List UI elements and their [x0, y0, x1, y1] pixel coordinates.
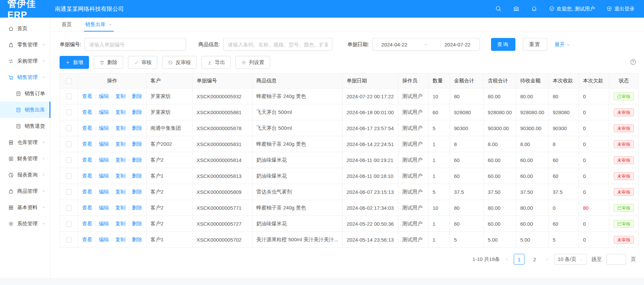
help-icon[interactable]	[630, 59, 637, 66]
action-edit-link[interactable]: 编辑	[99, 125, 109, 131]
action-copy-link[interactable]: 复制	[115, 205, 126, 210]
prev-page-icon[interactable]	[505, 257, 509, 262]
product-info-input[interactable]	[223, 38, 332, 51]
action-edit-link[interactable]: 编辑	[99, 141, 109, 147]
action-copy-link[interactable]: 复制	[115, 237, 126, 242]
action-delete-link[interactable]: 删除	[132, 173, 142, 179]
action-copy-link[interactable]: 复制	[115, 157, 126, 163]
close-icon[interactable]	[108, 22, 112, 27]
action-edit-link[interactable]: 编辑	[99, 237, 109, 242]
action-delete-link[interactable]: 删除	[132, 205, 142, 210]
expand-link[interactable]: 展开	[555, 41, 571, 48]
date-from[interactable]: 2024-04-22	[381, 42, 407, 47]
order-no-input[interactable]	[85, 38, 186, 51]
search-button[interactable]: 查询	[491, 38, 515, 51]
row-checkbox[interactable]	[66, 157, 72, 163]
cell-customer: 客户1	[146, 232, 192, 248]
export-button[interactable]: 导出	[201, 56, 231, 69]
sidebar-item-finance[interactable]: 财务管理	[0, 150, 50, 167]
logout-button[interactable]: 退出登录	[606, 6, 635, 12]
action-copy-link[interactable]: 复制	[115, 109, 126, 115]
sidebar-item-sales-return[interactable]: 销售退货	[0, 118, 50, 134]
row-checkbox[interactable]	[66, 173, 72, 179]
action-delete-link[interactable]: 删除	[132, 237, 142, 242]
sidebar-item-warehouse[interactable]: 仓库管理	[0, 134, 50, 150]
action-edit-link[interactable]: 编辑	[99, 205, 109, 210]
sidebar-item-purchase[interactable]: 采购管理	[0, 53, 50, 69]
add-button[interactable]: 新增	[60, 56, 89, 69]
page-1-button[interactable]: 1	[514, 254, 525, 265]
action-delete-link[interactable]: 删除	[132, 157, 142, 163]
action-view-link[interactable]: 查看	[82, 221, 92, 226]
page-2-button[interactable]: 2	[529, 254, 540, 265]
action-copy-link[interactable]: 复制	[115, 93, 126, 99]
action-delete-link[interactable]: 删除	[132, 93, 142, 99]
action-view-link[interactable]: 查看	[82, 189, 92, 195]
action-view-link[interactable]: 查看	[82, 125, 92, 131]
action-edit-link[interactable]: 编辑	[99, 109, 109, 115]
action-copy-link[interactable]: 复制	[115, 221, 126, 226]
action-copy-link[interactable]: 复制	[115, 141, 126, 147]
action-edit-link[interactable]: 编辑	[99, 157, 109, 163]
action-delete-link[interactable]: 删除	[132, 141, 142, 147]
action-view-link[interactable]: 查看	[82, 237, 92, 242]
action-view-link[interactable]: 查看	[82, 141, 92, 147]
welcome-user[interactable]: 欢迎您, 测试用户	[549, 6, 595, 12]
action-delete-link[interactable]: 删除	[132, 125, 142, 131]
row-select-cell	[60, 104, 78, 120]
unapprove-button[interactable]: 反审核	[162, 56, 197, 69]
action-delete-link[interactable]: 删除	[132, 189, 142, 195]
action-edit-link[interactable]: 编辑	[99, 173, 109, 179]
action-view-link[interactable]: 查看	[82, 157, 92, 163]
select-all-checkbox[interactable]	[66, 78, 72, 84]
bank-icon[interactable]	[513, 5, 519, 12]
col-header-amount_tax: 含税合计	[484, 74, 516, 88]
row-checkbox[interactable]	[66, 221, 72, 227]
approve-button[interactable]: 审核	[128, 56, 157, 69]
cell-received: 928080	[549, 104, 579, 120]
action-view-link[interactable]: 查看	[82, 93, 92, 99]
row-checkbox[interactable]	[66, 189, 72, 195]
row-checkbox[interactable]	[66, 109, 72, 115]
action-view-link[interactable]: 查看	[82, 205, 92, 210]
sidebar-item-product[interactable]: 商品管理	[0, 183, 50, 199]
cell-amount: 60	[450, 152, 484, 168]
action-edit-link[interactable]: 编辑	[99, 221, 109, 226]
row-checkbox[interactable]	[66, 237, 72, 243]
search-icon[interactable]	[495, 5, 502, 12]
tab-sales-outbound[interactable]: 销售出库	[85, 18, 112, 32]
sidebar-item-sales[interactable]: 销售管理	[0, 69, 50, 85]
row-checkbox[interactable]	[66, 94, 72, 99]
delete-button[interactable]: 删除	[94, 56, 123, 69]
row-checkbox[interactable]	[66, 205, 72, 211]
action-delete-link[interactable]: 删除	[132, 221, 142, 226]
row-select-cell	[60, 232, 78, 248]
action-copy-link[interactable]: 复制	[115, 189, 126, 195]
tab-home[interactable]: 首页	[62, 18, 72, 32]
sidebar-item-sales-order[interactable]: 销售订单	[0, 85, 50, 102]
date-range-picker[interactable]: 2024-04-22 ~ 2024-07-22	[373, 38, 480, 51]
sidebar-item-retail[interactable]: 零售管理	[0, 37, 50, 53]
action-view-link[interactable]: 查看	[82, 173, 92, 179]
next-page-icon[interactable]	[545, 257, 549, 262]
sidebar-item-system[interactable]: 系统管理	[0, 216, 50, 232]
sidebar-item-sales-outbound[interactable]: 销售出库	[0, 102, 50, 118]
action-copy-link[interactable]: 复制	[115, 125, 126, 131]
sidebar-item-report[interactable]: 报表查询	[0, 167, 50, 183]
row-checkbox[interactable]	[66, 125, 72, 131]
action-copy-link[interactable]: 复制	[115, 173, 126, 179]
row-checkbox[interactable]	[66, 141, 72, 147]
column-setting-button[interactable]: 列设置	[236, 56, 270, 69]
action-edit-link[interactable]: 编辑	[99, 93, 109, 99]
action-delete-link[interactable]: 删除	[132, 109, 142, 115]
cell-amount_tax: 5.00	[484, 232, 516, 248]
action-edit-link[interactable]: 编辑	[99, 189, 109, 195]
reset-button[interactable]: 重置	[523, 38, 547, 51]
sidebar-item-basic-data[interactable]: 基本资料	[0, 199, 50, 216]
sidebar-item-home[interactable]: 首页	[0, 20, 50, 37]
action-view-link[interactable]: 查看	[82, 109, 92, 115]
bell-icon[interactable]	[531, 5, 537, 12]
date-to[interactable]: 2024-07-22	[444, 42, 470, 47]
page-size-select[interactable]: 10 条/页	[554, 254, 587, 265]
jump-page-input[interactable]	[606, 254, 626, 265]
